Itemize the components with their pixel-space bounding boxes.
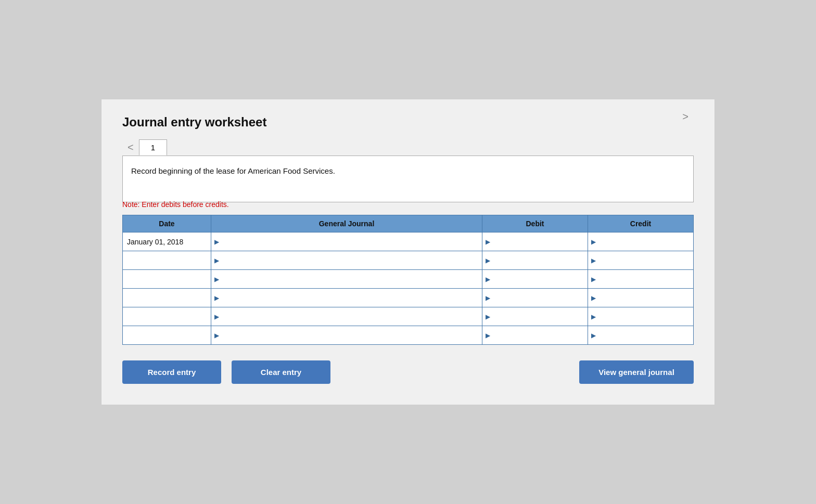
- cell-credit-3[interactable]: ▶: [588, 289, 694, 307]
- cell-arrow-icon: ▶: [214, 257, 219, 264]
- table-row: ▶▶▶: [123, 307, 694, 326]
- cell-arrow-icon: ▶: [214, 332, 219, 339]
- cell-arrow-icon: ▶: [591, 276, 596, 283]
- cell-arrow-icon: ▶: [591, 257, 596, 264]
- header-debit: Debit: [482, 215, 588, 232]
- cell-debit-5[interactable]: ▶: [482, 326, 588, 345]
- credit-input-3[interactable]: [597, 289, 690, 307]
- journal-input-3[interactable]: [220, 289, 479, 307]
- cell-credit-2[interactable]: ▶: [588, 270, 694, 289]
- clear-entry-button[interactable]: Clear entry: [232, 360, 330, 384]
- cell-arrow-icon: ▶: [591, 294, 596, 302]
- credit-input-4[interactable]: [597, 307, 690, 326]
- journal-input-2[interactable]: [220, 270, 479, 288]
- debit-input-0[interactable]: [491, 232, 584, 251]
- next-arrow[interactable]: >: [677, 108, 694, 125]
- journal-input-4[interactable]: [220, 307, 479, 326]
- cell-arrow-icon: ▶: [214, 313, 219, 320]
- cell-journal-4[interactable]: ▶: [211, 307, 482, 326]
- credit-input-2[interactable]: [597, 270, 690, 288]
- cell-debit-4[interactable]: ▶: [482, 307, 588, 326]
- table-row: ▶▶▶: [123, 251, 694, 270]
- cell-arrow-icon: ▶: [486, 276, 490, 283]
- cell-debit-1[interactable]: ▶: [482, 251, 588, 270]
- credit-input-5[interactable]: [597, 326, 690, 344]
- debit-input-5[interactable]: [491, 326, 584, 344]
- prev-arrow[interactable]: <: [122, 139, 139, 156]
- cell-arrow-icon: ▶: [214, 294, 219, 302]
- journal-input-0[interactable]: [220, 232, 479, 251]
- cell-debit-3[interactable]: ▶: [482, 289, 588, 307]
- debit-input-3[interactable]: [491, 289, 584, 307]
- main-container: Journal entry worksheet < 1 Record begin…: [101, 99, 715, 405]
- journal-input-1[interactable]: [220, 251, 479, 269]
- debit-input-2[interactable]: [491, 270, 584, 288]
- button-row: Record entry Clear entry View general jo…: [122, 360, 694, 384]
- credit-input-1[interactable]: [597, 251, 690, 269]
- cell-journal-2[interactable]: ▶: [211, 270, 482, 289]
- cell-date-3: [123, 289, 211, 307]
- header-general-journal: General Journal: [211, 215, 482, 232]
- cell-arrow-icon: ▶: [591, 238, 596, 245]
- cell-arrow-icon: ▶: [486, 257, 490, 264]
- table-row: ▶▶▶: [123, 326, 694, 345]
- header-credit: Credit: [588, 215, 694, 232]
- cell-date-0: January 01, 2018: [123, 232, 211, 251]
- view-general-journal-button[interactable]: View general journal: [579, 360, 694, 384]
- cell-journal-5[interactable]: ▶: [211, 326, 482, 345]
- header-date: Date: [123, 215, 211, 232]
- table-row: January 01, 2018▶▶▶: [123, 232, 694, 251]
- cell-arrow-icon: ▶: [486, 294, 490, 302]
- cell-date-4: [123, 307, 211, 326]
- cell-journal-0[interactable]: ▶: [211, 232, 482, 251]
- cell-journal-1[interactable]: ▶: [211, 251, 482, 270]
- page-title: Journal entry worksheet: [122, 115, 694, 130]
- debit-input-4[interactable]: [491, 307, 584, 326]
- cell-arrow-icon: ▶: [591, 313, 596, 320]
- cell-date-2: [123, 270, 211, 289]
- cell-date-5: [123, 326, 211, 345]
- credit-input-0[interactable]: [597, 232, 690, 251]
- cell-debit-0[interactable]: ▶: [482, 232, 588, 251]
- description-text: Record beginning of the lease for Americ…: [131, 166, 335, 175]
- cell-arrow-icon: ▶: [486, 238, 490, 245]
- journal-input-5[interactable]: [220, 326, 479, 344]
- tab-1[interactable]: 1: [139, 139, 167, 156]
- cell-credit-4[interactable]: ▶: [588, 307, 694, 326]
- note-text: Note: Enter debits before credits.: [122, 200, 694, 209]
- tab-navigation: < 1: [122, 139, 694, 156]
- cell-arrow-icon: ▶: [591, 332, 596, 339]
- debit-input-1[interactable]: [491, 251, 584, 269]
- cell-credit-1[interactable]: ▶: [588, 251, 694, 270]
- cell-credit-5[interactable]: ▶: [588, 326, 694, 345]
- cell-journal-3[interactable]: ▶: [211, 289, 482, 307]
- cell-arrow-icon: ▶: [486, 332, 490, 339]
- cell-arrow-icon: ▶: [214, 238, 219, 245]
- cell-arrow-icon: ▶: [214, 276, 219, 283]
- description-box: Record beginning of the lease for Americ…: [122, 156, 694, 202]
- table-row: ▶▶▶: [123, 289, 694, 307]
- cell-arrow-icon: ▶: [486, 313, 490, 320]
- table-row: ▶▶▶: [123, 270, 694, 289]
- cell-date-1: [123, 251, 211, 270]
- cell-debit-2[interactable]: ▶: [482, 270, 588, 289]
- journal-table: Date General Journal Debit Credit Januar…: [122, 215, 694, 345]
- record-entry-button[interactable]: Record entry: [122, 360, 221, 384]
- cell-credit-0[interactable]: ▶: [588, 232, 694, 251]
